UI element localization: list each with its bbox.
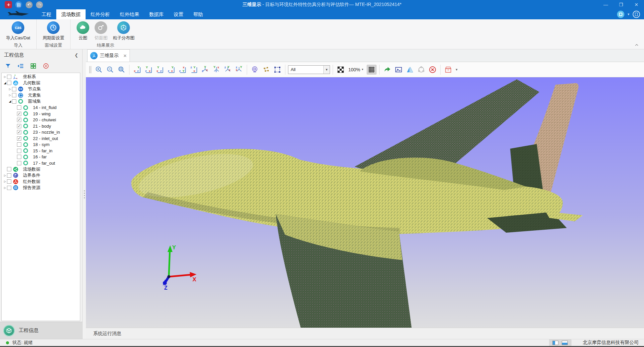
grid-toggle-icon[interactable] [367,65,377,75]
view-front-icon[interactable]: xYz [132,65,142,75]
tree-checkbox[interactable]: ✓ [17,118,21,122]
view-right-icon[interactable]: Yzx [166,65,176,75]
menu-item-6[interactable]: 帮助 [188,9,208,19]
cloud-map-button[interactable]: 云图 [74,21,92,42]
transparency-icon[interactable] [336,65,346,75]
period-face-button[interactable]: 周期面设置 [40,21,67,42]
filter-icon[interactable] [5,63,11,71]
undo-icon[interactable]: ↶ [26,1,33,8]
opacity-percent-control[interactable]: 100% ▼ [347,67,365,72]
tree-checkbox[interactable] [17,105,21,110]
tree-item[interactable]: ◢面域集 [2,98,80,105]
tree-item[interactable]: 流场数据 [2,166,80,173]
tree-item[interactable]: 17 - far_out [2,160,80,166]
minimize-button[interactable]: — [598,0,613,9]
restore-button[interactable]: ❐ [613,0,629,9]
tree-checkbox[interactable] [7,81,11,85]
app-plane-icon[interactable]: ✈ [5,1,12,8]
tree-checkbox[interactable] [7,173,11,178]
tree-item[interactable]: ◢几何数据 [2,80,80,86]
tree-item[interactable]: ▷红外数据 [2,179,80,185]
tree-checkbox[interactable] [17,155,21,159]
view-top-icon[interactable]: xzY [177,65,187,75]
view-iso-3-icon[interactable]: zYx [223,65,233,75]
tree-item[interactable]: ▷元素集 [2,92,80,99]
ribbon-collapse-icon[interactable] [635,42,639,48]
share-arrow-icon[interactable] [382,65,392,75]
help-icon[interactable] [633,11,640,18]
toolbar-drag-handle[interactable] [89,66,91,73]
tree-checkbox[interactable] [7,179,11,184]
viewport-3d[interactable]: X Y Z [86,77,644,328]
snapshot-icon[interactable] [394,65,404,75]
expander-icon[interactable]: ▷ [8,88,12,91]
user-icon[interactable] [617,11,624,18]
zoom-fit-icon[interactable] [117,65,127,75]
expander-icon[interactable]: ▷ [3,186,7,189]
redo-icon[interactable]: ↷ [36,1,43,8]
tree-checkbox[interactable]: ✓ [17,112,21,116]
panel-footer-tab[interactable]: 工程信息 [0,322,82,339]
grid-icon[interactable] [30,63,37,71]
zoom-out-icon[interactable] [105,65,115,75]
tree-item[interactable]: ▷节点集 [2,86,80,92]
tree-checkbox[interactable] [7,186,11,190]
tree-checkbox[interactable]: ✓ [17,136,21,141]
display-filter-combo[interactable]: All ▼ [288,65,330,74]
tree-checkbox[interactable] [12,99,16,104]
expander-icon[interactable]: ◢ [3,81,7,85]
tree-item[interactable]: 16 - far [2,154,80,160]
particle-map-button[interactable]: 粒子分布图 [110,21,137,42]
tree-item[interactable]: ▷报告资源 [2,185,80,191]
tree-item[interactable]: ✓19 - wing [2,111,80,117]
expander-icon[interactable]: ▷ [3,180,7,183]
orbit-nodes-icon[interactable] [416,65,426,75]
tree-item[interactable]: ✓23 - nozzle_in [2,129,80,136]
view-back-icon[interactable]: Yzx [144,65,154,75]
menu-item-4[interactable]: 数据库 [144,9,169,19]
locate-icon[interactable] [43,63,49,71]
tree-checkbox[interactable] [7,167,11,171]
menu-item-3[interactable]: 红外结果 [115,9,144,19]
tree-item[interactable]: ✓22 - inlet_out [2,135,80,142]
tab-close-icon[interactable]: ✕ [123,53,127,58]
close-button[interactable]: ✕ [629,0,644,9]
tree-checkbox[interactable] [12,93,16,97]
tree-item[interactable]: ✓20 - chuiwei [2,117,80,123]
view-iso-2-icon[interactable]: Yxz [211,65,221,75]
slice-map-button[interactable]: 切面图 [92,21,110,42]
tree-item[interactable]: ✓21 - body [2,123,80,129]
select-rect-icon[interactable] [272,65,282,75]
view-iso-4-icon[interactable]: zYx [234,65,244,75]
tree-item[interactable]: 14 - int_fluid [2,105,80,111]
view-left-icon[interactable]: Yxz [155,65,165,75]
combo-caret-icon[interactable]: ▼ [323,66,330,74]
view-iso-1-icon[interactable]: Yzx [200,65,210,75]
expander-icon[interactable]: ▷ [3,174,7,177]
package-caret-icon[interactable]: ▼ [455,68,458,71]
layout-bottom-icon[interactable] [562,341,568,345]
tree-checkbox[interactable] [12,87,16,91]
particles-icon[interactable] [261,65,271,75]
mirror-icon[interactable] [405,65,415,75]
panel-collapse-icon[interactable]: ❮ [75,53,78,58]
menu-item-2[interactable]: 红外分析 [86,9,115,19]
tree-checkbox[interactable]: ✓ [17,124,21,128]
camera-icon[interactable] [250,65,260,75]
menu-item-1[interactable]: 流场数据 [56,9,86,19]
view-bottom-icon[interactable]: zYx [189,65,199,75]
import-cas-dat-button[interactable]: cas 导入Cas/Dat [3,21,33,42]
tree-checkbox[interactable] [17,161,21,165]
tree-checkbox[interactable] [17,149,21,153]
menu-item-5[interactable]: 设置 [169,9,188,19]
tree-checkbox[interactable] [7,75,11,79]
tab-3d-display[interactable]: 三维显示 ✕ [87,49,130,62]
save-icon[interactable]: ▤ [15,1,22,8]
menu-item-0[interactable]: 工程 [37,9,56,19]
expander-icon[interactable]: ▷ [3,75,7,78]
tree-checkbox[interactable] [17,142,21,147]
layout-left-icon[interactable] [552,341,558,345]
package-icon[interactable] [443,65,453,75]
dropdown-caret-icon[interactable]: ▼ [627,13,630,16]
zoom-in-icon[interactable] [94,65,104,75]
